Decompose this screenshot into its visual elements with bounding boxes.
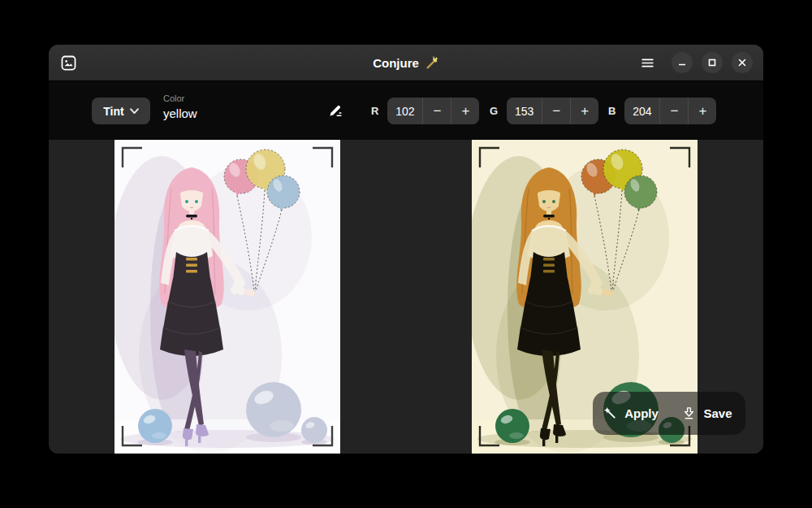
action-overlay: Apply Save <box>593 392 745 435</box>
red-value-field[interactable] <box>387 98 422 124</box>
apply-button-label: Apply <box>624 406 659 420</box>
green-channel-label: G <box>490 105 498 117</box>
magic-wand-emoji <box>425 55 439 70</box>
app-title: Conjure <box>373 56 419 70</box>
original-image-pane <box>49 140 406 454</box>
color-field[interactable]: Color yellow <box>163 93 197 122</box>
blue-value-field[interactable] <box>624 98 659 124</box>
color-field-label: Color <box>163 93 197 104</box>
minimize-icon[interactable] <box>672 52 693 73</box>
toolbar: Tint Color yellow R − + G <box>49 80 763 140</box>
red-channel-group: R − + <box>371 98 479 124</box>
chevron-down-icon <box>130 108 139 115</box>
magic-wand-icon <box>603 406 617 420</box>
image-icon <box>61 54 77 71</box>
pen-icon[interactable] <box>323 98 348 123</box>
download-icon <box>682 406 696 420</box>
blue-increment-button[interactable]: + <box>688 98 716 124</box>
blue-channel-label: B <box>608 105 615 117</box>
maximize-icon[interactable] <box>702 52 723 73</box>
blue-channel-stepper: − + <box>624 98 716 124</box>
hamburger-menu-icon[interactable] <box>637 52 658 73</box>
green-channel-group: G − + <box>490 98 598 124</box>
operation-dropdown[interactable]: Tint <box>92 98 150 124</box>
red-channel-label: R <box>371 105 378 117</box>
image-preview-original <box>114 140 340 454</box>
green-value-field[interactable] <box>507 98 542 124</box>
green-channel-stepper: − + <box>507 98 598 124</box>
red-increment-button[interactable]: + <box>451 98 479 124</box>
red-channel-stepper: − + <box>387 98 479 124</box>
blue-channel-group: B − + <box>608 98 716 124</box>
blue-decrement-button[interactable]: − <box>659 98 688 124</box>
save-button[interactable]: Save <box>669 392 745 435</box>
green-increment-button[interactable]: + <box>570 98 598 124</box>
green-decrement-button[interactable]: − <box>542 98 570 124</box>
color-field-value[interactable]: yellow <box>163 106 197 122</box>
red-decrement-button[interactable]: − <box>422 98 451 124</box>
app-window: Conjure <box>49 45 763 454</box>
close-icon[interactable] <box>732 52 753 73</box>
save-button-label: Save <box>703 406 732 420</box>
titlebar[interactable]: Conjure <box>49 45 763 80</box>
operation-label: Tint <box>103 105 123 118</box>
apply-button[interactable]: Apply <box>593 392 669 435</box>
